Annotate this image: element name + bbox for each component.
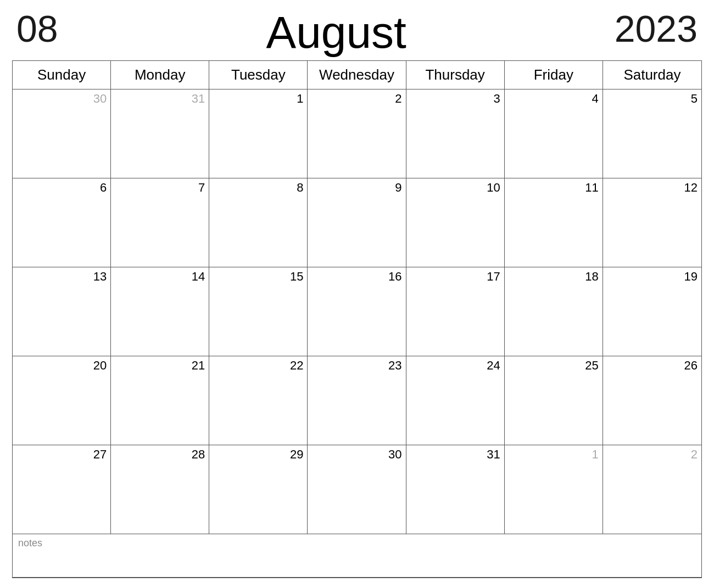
day-number: 31 bbox=[113, 92, 205, 106]
day-cell[interactable]: 8 bbox=[209, 178, 308, 267]
day-cell[interactable]: 22 bbox=[209, 356, 308, 445]
day-cell[interactable]: 2 bbox=[603, 445, 701, 534]
week-row-3: 13141516171819 bbox=[13, 267, 701, 356]
day-cell[interactable]: 9 bbox=[308, 178, 406, 267]
day-cell[interactable]: 23 bbox=[308, 356, 406, 445]
day-number: 9 bbox=[310, 181, 401, 195]
day-number: 3 bbox=[409, 92, 500, 106]
day-number: 24 bbox=[409, 359, 500, 373]
day-cell[interactable]: 1 bbox=[505, 445, 603, 534]
day-number: 8 bbox=[211, 181, 303, 195]
day-cell[interactable]: 14 bbox=[111, 267, 209, 356]
day-number: 1 bbox=[507, 447, 599, 462]
day-number: 30 bbox=[310, 447, 401, 462]
month-number: 08 bbox=[16, 10, 58, 47]
day-number: 15 bbox=[211, 270, 303, 284]
day-cell[interactable]: 19 bbox=[603, 267, 701, 356]
day-cell[interactable]: 15 bbox=[209, 267, 308, 356]
day-number: 18 bbox=[507, 270, 599, 284]
day-number: 14 bbox=[113, 270, 205, 284]
day-number: 25 bbox=[507, 359, 599, 373]
day-cell[interactable]: 11 bbox=[505, 178, 603, 267]
day-number: 28 bbox=[113, 447, 205, 462]
day-number: 23 bbox=[310, 359, 401, 373]
day-number: 2 bbox=[605, 447, 698, 462]
day-number: 11 bbox=[507, 181, 599, 195]
day-cell[interactable]: 24 bbox=[406, 356, 505, 445]
day-cell[interactable]: 21 bbox=[111, 356, 209, 445]
day-cell[interactable]: 28 bbox=[111, 445, 209, 534]
day-header-tuesday: Tuesday bbox=[209, 61, 308, 89]
day-cell[interactable]: 10 bbox=[406, 178, 505, 267]
week-row-5: 272829303112 bbox=[13, 445, 701, 534]
calendar-header: 08 August 2023 bbox=[12, 10, 702, 55]
day-header-friday: Friday bbox=[505, 61, 603, 89]
day-cell[interactable]: 30 bbox=[13, 89, 111, 178]
day-header-saturday: Saturday bbox=[603, 61, 701, 89]
day-cell[interactable]: 27 bbox=[13, 445, 111, 534]
day-cell[interactable]: 20 bbox=[13, 356, 111, 445]
day-cell[interactable]: 17 bbox=[406, 267, 505, 356]
day-number: 29 bbox=[211, 447, 303, 462]
day-headers-row: SundayMondayTuesdayWednesdayThursdayFrid… bbox=[13, 61, 701, 89]
year: 2023 bbox=[615, 10, 698, 47]
day-number: 2 bbox=[310, 92, 401, 106]
day-number: 12 bbox=[605, 181, 698, 195]
day-number: 1 bbox=[211, 92, 303, 106]
day-number: 27 bbox=[15, 447, 107, 462]
day-cell[interactable]: 29 bbox=[209, 445, 308, 534]
day-number: 6 bbox=[15, 181, 107, 195]
day-number: 10 bbox=[409, 181, 500, 195]
day-cell[interactable]: 13 bbox=[13, 267, 111, 356]
day-cell[interactable]: 31 bbox=[111, 89, 209, 178]
day-header-sunday: Sunday bbox=[13, 61, 111, 89]
week-row-2: 6789101112 bbox=[13, 178, 701, 267]
day-cell[interactable]: 1 bbox=[209, 89, 308, 178]
day-cell[interactable]: 30 bbox=[308, 445, 406, 534]
day-number: 16 bbox=[310, 270, 401, 284]
day-header-wednesday: Wednesday bbox=[308, 61, 406, 89]
day-number: 26 bbox=[605, 359, 698, 373]
weeks-container: 3031123456789101112131415161718192021222… bbox=[13, 89, 701, 534]
day-number: 22 bbox=[211, 359, 303, 373]
day-cell[interactable]: 5 bbox=[603, 89, 701, 178]
notes-label: notes bbox=[18, 537, 42, 548]
day-number: 4 bbox=[507, 92, 599, 106]
day-cell[interactable]: 7 bbox=[111, 178, 209, 267]
day-cell[interactable]: 31 bbox=[406, 445, 505, 534]
day-cell[interactable]: 6 bbox=[13, 178, 111, 267]
day-number: 7 bbox=[113, 181, 205, 195]
day-number: 21 bbox=[113, 359, 205, 373]
day-cell[interactable]: 3 bbox=[406, 89, 505, 178]
day-number: 30 bbox=[15, 92, 107, 106]
day-number: 5 bbox=[605, 92, 698, 106]
day-cell[interactable]: 26 bbox=[603, 356, 701, 445]
day-number: 19 bbox=[605, 270, 698, 284]
day-number: 31 bbox=[409, 447, 500, 462]
day-header-monday: Monday bbox=[111, 61, 209, 89]
month-name: August bbox=[266, 10, 406, 55]
week-row-4: 20212223242526 bbox=[13, 356, 701, 445]
day-cell[interactable]: 2 bbox=[308, 89, 406, 178]
calendar-grid: SundayMondayTuesdayWednesdayThursdayFrid… bbox=[12, 60, 702, 578]
calendar-container: 08 August 2023 SundayMondayTuesdayWednes… bbox=[0, 0, 714, 588]
day-cell[interactable]: 18 bbox=[505, 267, 603, 356]
day-number: 13 bbox=[15, 270, 107, 284]
day-number: 17 bbox=[409, 270, 500, 284]
week-row-1: 303112345 bbox=[13, 89, 701, 178]
day-number: 20 bbox=[15, 359, 107, 373]
day-header-thursday: Thursday bbox=[406, 61, 505, 89]
day-cell[interactable]: 16 bbox=[308, 267, 406, 356]
day-cell[interactable]: 4 bbox=[505, 89, 603, 178]
day-cell[interactable]: 12 bbox=[603, 178, 701, 267]
notes-section[interactable]: notes bbox=[13, 534, 701, 578]
day-cell[interactable]: 25 bbox=[505, 356, 603, 445]
